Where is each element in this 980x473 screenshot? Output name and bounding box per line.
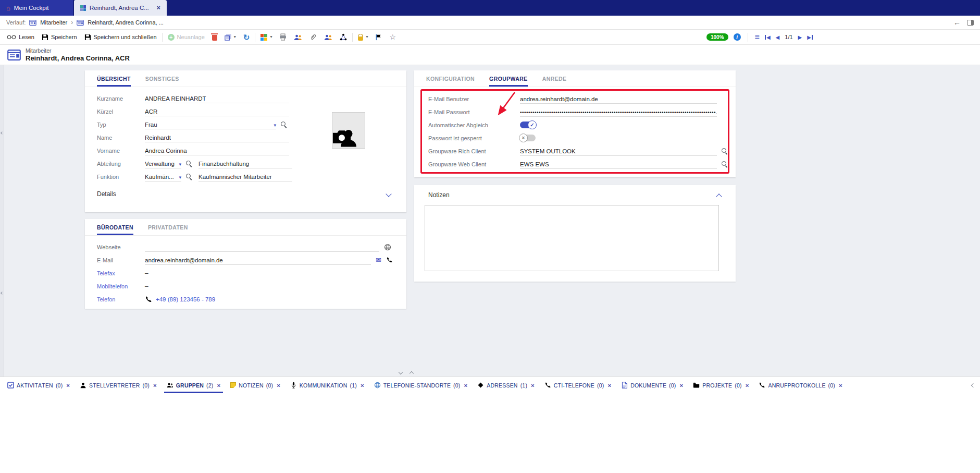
apps-button[interactable]: ▾ (257, 30, 276, 44)
email-input[interactable]: andrea.reinhardt@domain.de (145, 255, 371, 265)
email-passwort-input[interactable]: ••••••••••••••••••••••••••••••••••••••••… (520, 107, 717, 117)
phone-number-link[interactable]: +49 (89) 123456 - 789 (156, 296, 215, 302)
zoom-badge[interactable]: 100% (706, 33, 728, 41)
pager-first-button[interactable]: ◀ (765, 34, 771, 40)
tab-buerodaten[interactable]: BÜRODATEN (97, 219, 133, 235)
bottom-tab-aktivitaeten[interactable]: AKTIVITÄTEN (0) × (7, 377, 70, 393)
chevron-down-icon[interactable] (386, 191, 391, 197)
bottom-tab-adressen[interactable]: ADRESSEN (1) × (477, 377, 535, 393)
funktion-detail-input[interactable]: Kaufmännischer Mitarbeiter (199, 172, 292, 181)
call-phone-icon[interactable] (145, 296, 152, 303)
email-benutzer-input[interactable]: andrea.reinhardt@domain.de (520, 94, 717, 104)
collapse-down-icon[interactable] (399, 370, 403, 374)
typ-select[interactable]: Frau ▾ (145, 119, 276, 129)
menu-icon[interactable]: ≡ (755, 33, 760, 41)
search-icon[interactable] (721, 148, 728, 154)
field-label-link[interactable]: Telefax (97, 270, 145, 276)
tab-privatdaten[interactable]: PRIVATDATEN (148, 219, 188, 235)
network-button[interactable] (336, 30, 351, 44)
globe-icon[interactable] (384, 244, 391, 251)
abteilung-detail-input[interactable]: Finanzbuchhaltung (199, 159, 292, 168)
tab-record-reinhardt[interactable]: Reinhardt, Andrea C... × (74, 0, 167, 16)
field-label-link[interactable]: Telefon (97, 296, 145, 302)
abgleich-toggle[interactable]: ✓ (520, 122, 536, 128)
chevron-down-icon[interactable]: ▾ (234, 35, 236, 39)
expand-left-panel-icon[interactable] (1, 131, 4, 135)
info-icon[interactable]: i (734, 33, 741, 41)
flag-button[interactable] (371, 30, 386, 44)
envelope-icon[interactable]: ✉ (376, 257, 381, 263)
bottom-tab-notizen[interactable]: NOTIZEN (0) × (230, 377, 280, 393)
close-icon[interactable]: × (839, 382, 842, 389)
funktion-select[interactable]: Kaufmän... ▾ (145, 172, 181, 181)
kurzname-input[interactable]: ANDREA REINHARDT (145, 93, 289, 103)
chevron-down-icon[interactable]: ▾ (366, 35, 368, 39)
refresh-button[interactable]: ↻ (240, 30, 254, 44)
close-icon[interactable]: × (680, 382, 684, 389)
tab-konfiguration[interactable]: KONFIGURATION (426, 70, 475, 87)
expand-right-panel-icon[interactable] (971, 383, 975, 387)
delete-button[interactable] (208, 30, 221, 44)
permissions-button[interactable]: ▾ (354, 30, 371, 44)
camera-icon[interactable] (331, 126, 352, 147)
chevron-down-icon[interactable]: ▾ (274, 123, 276, 128)
close-icon[interactable]: × (66, 382, 70, 389)
chevron-down-icon[interactable]: ▾ (270, 35, 272, 39)
speichern-button[interactable]: Speichern (38, 30, 81, 44)
favorite-button[interactable]: ☆ (386, 30, 400, 44)
search-icon[interactable] (185, 173, 192, 180)
pager-prev-button[interactable]: ◀ (776, 34, 780, 40)
breadcrumb-item-record[interactable]: Reinhardt, Andrea Corinna, ... (88, 19, 164, 26)
close-icon[interactable]: × (153, 382, 157, 389)
bottom-tab-gruppen[interactable]: GRUPPEN (2) × (167, 377, 220, 393)
webseite-input[interactable] (145, 242, 379, 252)
transfer-button[interactable]: ▾ (221, 30, 240, 44)
kuerzel-input[interactable]: ACR (145, 106, 289, 116)
web-client-input[interactable]: EWS EWS (520, 159, 717, 169)
abteilung-select[interactable]: Verwaltung ▾ (145, 159, 181, 168)
phone-icon[interactable] (386, 257, 393, 263)
side-panel-toggle-icon[interactable] (967, 20, 974, 26)
search-icon[interactable] (185, 160, 192, 167)
details-expander[interactable]: Details (85, 183, 406, 198)
tab-anrede[interactable]: ANREDE (542, 70, 567, 87)
groups-button[interactable] (320, 30, 336, 44)
neuanlage-button[interactable]: + Neuanlage (164, 30, 208, 44)
close-icon[interactable]: × (277, 382, 280, 389)
bottom-tab-anrufprotokolle[interactable]: ANRUFPROTOKOLLE (0) × (759, 377, 842, 393)
employee-photo-placeholder[interactable] (332, 112, 365, 149)
chevron-down-icon[interactable]: ▾ (179, 175, 181, 180)
chevron-down-icon[interactable]: ▾ (179, 162, 181, 167)
back-arrow-icon[interactable]: ← (953, 18, 961, 27)
attachment-button[interactable] (306, 30, 320, 44)
search-icon[interactable] (721, 161, 728, 167)
name-input[interactable]: Reinhardt (145, 132, 289, 142)
pager-last-button[interactable]: ▶ (807, 34, 813, 40)
close-icon[interactable]: × (157, 4, 160, 11)
close-icon[interactable]: × (607, 382, 611, 389)
gesperrt-toggle[interactable]: × (520, 135, 536, 141)
bottom-tab-telefonie-standorte[interactable]: TELEFONIE-STANDORTE (0) × (374, 377, 468, 393)
close-icon[interactable]: × (746, 382, 749, 389)
vorname-input[interactable]: Andrea Corinna (145, 145, 289, 155)
rich-client-input[interactable]: SYSTEM OUTLOOK (520, 146, 717, 156)
close-icon[interactable]: × (217, 382, 221, 389)
search-icon[interactable] (280, 121, 287, 128)
breadcrumb-item-mitarbeiter[interactable]: Mitarbeiter (40, 19, 67, 26)
bottom-tab-stellvertreter[interactable]: STELLVERTRETER (0) × (80, 377, 157, 393)
lesen-button[interactable]: Lesen (3, 30, 38, 44)
collapse-up-icon[interactable] (410, 371, 414, 375)
left-collapsed-panel-rail[interactable] (0, 65, 4, 377)
speichern-und-schliessen-button[interactable]: Speichern und schließen (81, 30, 160, 44)
tab-uebersicht[interactable]: ÜBERSICHT (97, 70, 131, 87)
close-icon[interactable]: × (531, 382, 535, 389)
bottom-tab-dokumente[interactable]: DOKUMENTE (0) × (621, 377, 683, 393)
tab-mein-cockpit[interactable]: ⌂ Mein Cockpit (0, 0, 73, 16)
bottom-tab-projekte[interactable]: PROJEKTE (0) × (693, 377, 749, 393)
chevron-up-icon[interactable] (716, 193, 722, 199)
expand-left-panel-icon[interactable] (1, 292, 4, 295)
tab-sonstiges[interactable]: SONSTIGES (145, 70, 179, 87)
bottom-tab-cti-telefone[interactable]: CTI-TELEFONE (0) × (544, 377, 611, 393)
notizen-textarea[interactable] (425, 205, 719, 271)
participants-button[interactable] (290, 30, 306, 44)
